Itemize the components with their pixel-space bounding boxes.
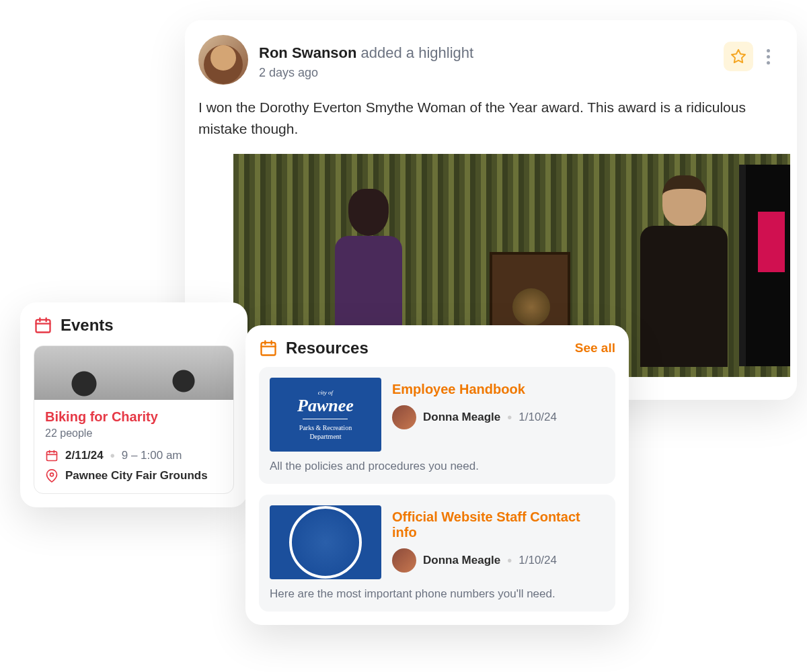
resources-heading: Resources See all: [259, 339, 615, 358]
resource-thumbnail: [270, 505, 381, 579]
resource-date: 1/10/24: [518, 411, 557, 424]
resource-title[interactable]: Official Website Staff Contact info: [392, 509, 605, 540]
resource-author-name[interactable]: Donna Meagle: [423, 411, 500, 424]
event-title[interactable]: Biking for Charity: [45, 409, 223, 425]
event-date-row: 2/11/24 • 9 – 1:00 am: [45, 449, 223, 462]
svg-rect-10: [262, 343, 276, 355]
star-button[interactable]: [724, 42, 753, 71]
map-pin-icon: [45, 469, 59, 482]
star-icon: [730, 48, 746, 65]
event-item[interactable]: Biking for Charity 22 people 2/11/24 • 9…: [34, 345, 234, 494]
resources-card: Resources See all city of Pawnee Parks &…: [245, 325, 629, 625]
resource-byline: Donna Meagle • 1/10/24: [392, 548, 605, 573]
svg-marker-0: [732, 50, 745, 62]
resource-item[interactable]: city of Pawnee Parks & RecreationDepartm…: [259, 367, 615, 484]
resource-thumbnail: city of Pawnee Parks & RecreationDepartm…: [270, 378, 381, 452]
post-actions: [724, 42, 774, 71]
resource-description: Here are the most important phone number…: [270, 587, 605, 601]
post-action-text: added a highlight: [361, 44, 474, 61]
post-header: Ron Swanson added a highlight 2 days ago: [198, 35, 774, 85]
svg-point-9: [50, 473, 54, 476]
event-date: 2/11/24: [65, 449, 104, 462]
events-heading-text: Events: [61, 316, 114, 335]
resource-author-name[interactable]: Donna Meagle: [423, 554, 500, 567]
calendar-icon: [34, 316, 52, 335]
event-thumbnail: [34, 346, 233, 400]
separator-dot: •: [507, 411, 512, 424]
event-location-row: Pawnee City Fair Grounds: [45, 469, 223, 482]
post-author-avatar[interactable]: [198, 35, 248, 85]
event-time: 9 – 1:00 am: [122, 449, 182, 462]
post-title-line: Ron Swanson added a highlight: [259, 44, 713, 62]
post-body-text: I won the Dorothy Everton Smythe Woman o…: [198, 97, 774, 139]
resource-item[interactable]: Official Website Staff Contact info Donn…: [259, 495, 615, 612]
resource-date: 1/10/24: [518, 554, 557, 567]
event-location: Pawnee City Fair Grounds: [65, 469, 208, 482]
post-timestamp: 2 days ago: [259, 66, 713, 80]
separator-dot: •: [110, 449, 115, 462]
resource-author-avatar[interactable]: [392, 405, 416, 429]
svg-rect-5: [47, 452, 57, 460]
events-card: Events Biking for Charity 22 people 2/11…: [20, 302, 247, 507]
resource-author-avatar[interactable]: [392, 548, 416, 573]
event-body: Biking for Charity 22 people 2/11/24 • 9…: [34, 400, 233, 493]
calendar-icon: [259, 339, 278, 358]
separator-dot: •: [507, 554, 512, 567]
svg-rect-1: [36, 320, 50, 333]
more-dots-icon: [767, 49, 770, 52]
more-button[interactable]: [763, 45, 774, 69]
events-heading: Events: [34, 316, 234, 335]
resource-byline: Donna Meagle • 1/10/24: [392, 405, 605, 429]
post-meta: Ron Swanson added a highlight 2 days ago: [259, 35, 713, 80]
resource-title[interactable]: Employee Handbook: [392, 382, 605, 397]
post-author-name[interactable]: Ron Swanson: [259, 44, 356, 61]
see-all-link[interactable]: See all: [575, 341, 615, 355]
resources-heading-text: Resources: [286, 339, 369, 358]
calendar-icon: [45, 449, 59, 462]
event-people-count: 22 people: [45, 427, 223, 439]
resource-description: All the policies and procedures you need…: [270, 460, 605, 473]
